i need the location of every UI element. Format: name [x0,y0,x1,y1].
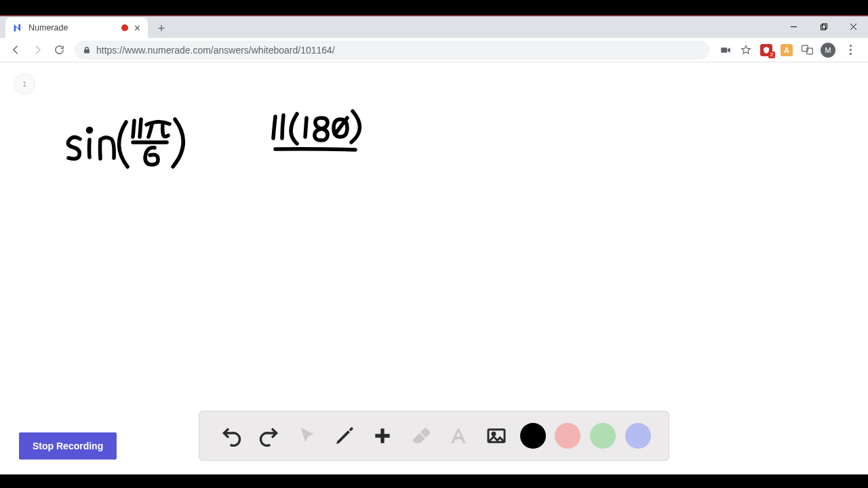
page-number-badge[interactable]: 1 [14,73,35,95]
browser-tab[interactable]: Numerade ✕ [5,18,148,38]
pointer-tool[interactable] [293,422,321,450]
svg-rect-1 [821,25,825,30]
close-tab-icon[interactable]: ✕ [134,24,141,33]
url-text: https://www.numerade.com/answers/whitebo… [96,45,335,56]
text-tool[interactable] [444,422,473,450]
close-window-button[interactable] [838,16,868,37]
new-tab-button[interactable]: + [152,19,171,38]
page-content: 1 [0,62,868,474]
redo-button[interactable] [255,422,283,450]
window-accent [0,15,868,16]
forward-button[interactable] [27,40,47,60]
svg-point-9 [492,432,495,435]
back-button[interactable] [5,40,26,60]
address-bar[interactable]: https://www.numerade.com/answers/whitebo… [75,41,709,60]
lock-icon [83,46,91,54]
whiteboard-toolbar [199,411,669,461]
browser-toolbar: https://www.numerade.com/answers/whitebo… [0,38,868,62]
image-tool[interactable] [482,422,511,450]
bookmark-star-icon[interactable] [739,43,753,57]
maximize-button[interactable] [808,16,838,37]
pencil-tool[interactable] [330,422,359,450]
tab-title: Numerade [28,23,116,33]
whiteboard-canvas[interactable] [61,110,434,228]
extension-a-icon[interactable]: A [780,43,793,57]
extension-shield-icon[interactable]: 2 [760,43,773,57]
extension-badge: 2 [768,52,775,58]
undo-button[interactable] [217,422,245,450]
profile-avatar[interactable]: M [821,43,835,58]
color-green-swatch[interactable] [590,423,616,449]
eraser-tool[interactable] [406,422,435,450]
color-blue-swatch[interactable] [625,423,651,449]
color-black-swatch[interactable] [520,423,546,449]
browser-menu-button[interactable] [842,45,859,55]
numerade-favicon-icon [12,22,23,33]
minimize-button[interactable] [778,16,808,37]
svg-rect-2 [822,24,827,28]
extension-translate-icon[interactable] [800,43,814,57]
svg-point-7 [88,129,92,132]
reload-button[interactable] [49,40,69,60]
recording-indicator-icon [121,24,128,31]
camera-extension-icon[interactable] [719,43,732,57]
stop-recording-button[interactable]: Stop Recording [19,432,117,460]
color-red-swatch[interactable] [555,423,580,449]
add-tool[interactable] [368,422,397,450]
tab-strip: Numerade ✕ + [0,15,868,38]
